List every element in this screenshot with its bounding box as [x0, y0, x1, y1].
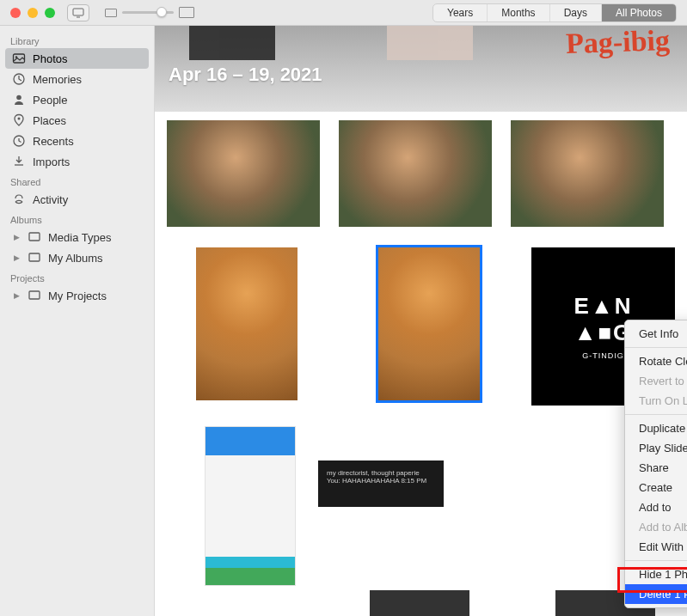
svg-rect-8 [29, 233, 40, 241]
menu-hide-photo[interactable]: Hide 1 Photo [625, 564, 687, 584]
sidebar-item-label: My Projects [48, 290, 107, 302]
svg-rect-10 [29, 291, 40, 299]
zoom-out-icon[interactable] [105, 9, 117, 17]
photo-grid-area: Pag-ibig Apr 16 – 19, 2021 E▲N ▲■G G-TIN… [155, 26, 687, 616]
people-icon [12, 93, 26, 107]
sidebar-item-places[interactable]: Places [5, 110, 149, 131]
imports-icon [12, 155, 26, 168]
svg-point-5 [16, 95, 21, 101]
sidebar-item-recents[interactable]: Recents [5, 131, 149, 151]
sidebar-item-label: Activity [33, 193, 68, 206]
photo-thumbnail[interactable] [205, 426, 296, 586]
view-segmented-control: Years Months Days All Photos [432, 3, 677, 22]
menu-rotate-clockwise[interactable]: Rotate Clockwise [625, 351, 687, 371]
svg-rect-0 [73, 9, 83, 15]
menu-edit-with[interactable]: Edit With▶ [625, 537, 687, 557]
display-icon [72, 8, 84, 18]
menu-share[interactable]: Share▶ [625, 458, 687, 478]
sidebar-item-label: Memories [33, 73, 82, 86]
menu-get-info[interactable]: Get Info [625, 324, 687, 344]
menu-revert-original: Revert to Original [625, 371, 687, 391]
svg-rect-9 [29, 253, 40, 261]
sidebar-section-shared: Shared [5, 172, 149, 189]
date-range-title: Apr 16 – 19, 2021 [169, 64, 322, 86]
folder-icon [28, 289, 41, 302]
menu-create[interactable]: Create▶ [625, 478, 687, 497]
sidebar-item-my-projects[interactable]: ▶ My Projects [5, 285, 149, 306]
photo-thumbnail-selected[interactable] [378, 247, 480, 400]
places-icon [12, 113, 26, 127]
photo-thumbnail[interactable] [167, 120, 320, 227]
folder-icon [28, 230, 41, 244]
photo-thumbnail[interactable] [196, 247, 297, 400]
photo-thumbnail[interactable] [511, 120, 664, 227]
menu-separator [625, 560, 687, 561]
sidebar-item-label: Photos [33, 52, 67, 65]
minimize-window-button[interactable] [28, 8, 38, 18]
tab-days[interactable]: Days [550, 4, 602, 21]
context-menu: Get Info Rotate Clockwise Revert to Orig… [624, 320, 687, 608]
sidebar-item-label: Recents [33, 135, 74, 148]
sidebar-section-library: Library [5, 31, 149, 48]
photos-icon [12, 52, 26, 65]
chat-text: my directorist, thought paperie [327, 469, 435, 477]
sidebar-item-media-types[interactable]: ▶ Media Types [5, 227, 149, 247]
sidebar-item-photos[interactable]: Photos [5, 48, 149, 69]
disclosure-icon[interactable]: ▶ [12, 253, 21, 262]
zoom-slider-thumb[interactable] [156, 7, 167, 17]
zoom-slider[interactable] [122, 11, 174, 14]
photo-thumbnail[interactable]: my directorist, thought paperie You: HAH… [318, 460, 444, 507]
sidebar-section-albums: Albums [5, 210, 149, 227]
poster-text: E▲N [574, 293, 633, 320]
recents-icon [12, 134, 26, 148]
menu-delete-photo[interactable]: Delete 1 Photo [625, 584, 687, 604]
zoom-control [105, 7, 194, 18]
sidebar-item-activity[interactable]: Activity [5, 189, 149, 210]
folder-icon [28, 251, 41, 265]
fullscreen-window-button[interactable] [45, 8, 55, 18]
photo-grid: E▲N ▲■G G-TINDIG my directorist, thought… [155, 112, 687, 616]
sidebar-item-people[interactable]: People [5, 89, 149, 110]
menu-separator [625, 347, 687, 348]
photo-thumbnail[interactable]: Pag-ibig [565, 26, 670, 60]
sidebar-item-imports[interactable]: Imports [5, 151, 149, 172]
display-mode-button[interactable] [67, 4, 89, 21]
menu-turn-on-live-photo: Turn On Live Photo [625, 391, 687, 411]
sidebar-section-projects: Projects [5, 268, 149, 285]
photo-thumbnail[interactable] [370, 590, 469, 616]
sidebar: Library Photos Memories People Places Re… [0, 26, 155, 616]
sidebar-item-memories[interactable]: Memories [5, 69, 149, 89]
poster-subtext: G-TINDIG [582, 351, 624, 360]
menu-play-slideshow[interactable]: Play Slideshow [625, 438, 687, 458]
disclosure-icon[interactable]: ▶ [12, 291, 21, 300]
close-window-button[interactable] [10, 8, 21, 18]
activity-icon [12, 192, 26, 206]
chat-text: You: HAHAHAHAHAHA 8:15 PM [327, 477, 435, 485]
tab-all-photos[interactable]: All Photos [602, 4, 676, 21]
sidebar-item-label: My Albums [48, 252, 103, 265]
disclosure-icon[interactable]: ▶ [12, 233, 21, 241]
titlebar: Years Months Days All Photos [0, 0, 687, 26]
sidebar-item-label: Media Types [48, 231, 111, 244]
sidebar-item-label: Places [33, 114, 66, 127]
sidebar-item-label: Imports [33, 156, 70, 168]
date-hero-banner: Pag-ibig Apr 16 – 19, 2021 [155, 26, 687, 112]
svg-point-6 [18, 118, 21, 120]
menu-add-to[interactable]: Add to▶ [625, 497, 687, 517]
sidebar-item-label: People [33, 94, 67, 107]
tab-years[interactable]: Years [433, 4, 488, 21]
menu-separator [625, 414, 687, 415]
window-controls [10, 8, 55, 18]
photo-thumbnail[interactable] [189, 26, 275, 60]
photo-thumbnail[interactable] [387, 26, 473, 60]
menu-duplicate[interactable]: Duplicate 1 Photo [625, 418, 687, 438]
photo-thumbnail[interactable] [339, 120, 492, 227]
zoom-in-icon[interactable] [179, 7, 194, 18]
tab-months[interactable]: Months [488, 4, 549, 21]
memories-icon [12, 72, 26, 86]
menu-add-to-album: Add to Album [625, 517, 687, 537]
sidebar-item-my-albums[interactable]: ▶ My Albums [5, 247, 149, 268]
